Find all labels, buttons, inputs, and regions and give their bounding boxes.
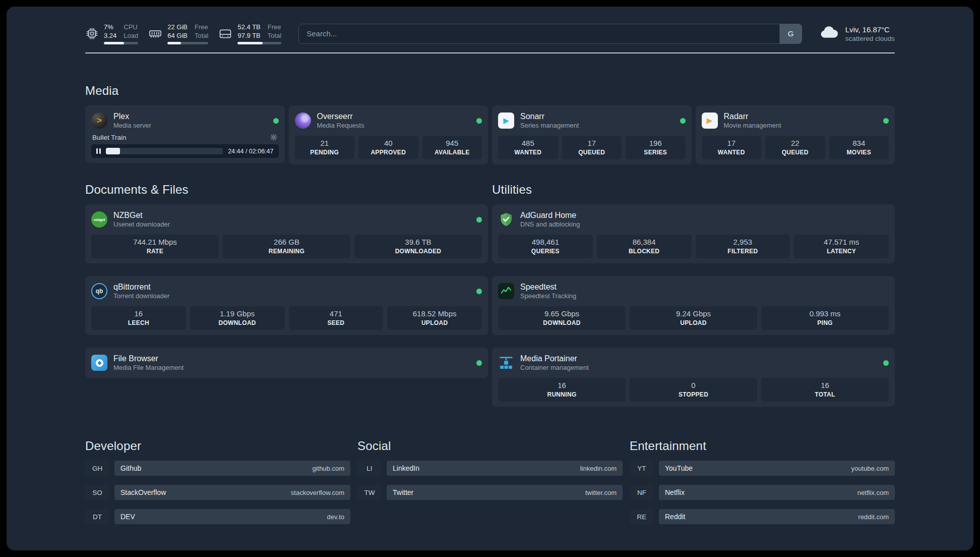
service-link-plex[interactable]: > Plex Media server (91, 110, 279, 131)
service-subtitle: Speedtest Tracking (520, 292, 576, 300)
service-link-radarr[interactable]: ▶ Radarr Movie management (702, 110, 889, 131)
service-link-overseerr[interactable]: Overseerr Media Requests (295, 110, 482, 131)
disk-icon (218, 27, 232, 41)
stat-value: 1.19 Gbps (192, 309, 283, 318)
stat-label: DOWNLOAD (192, 319, 283, 327)
stat-value: 16 (500, 381, 624, 390)
status-indicator (476, 217, 482, 222)
service-link-adguard[interactable]: AdGuard Home DNS and adblocking (498, 209, 889, 230)
pause-button[interactable] (96, 148, 101, 154)
stat-label: WANTED (704, 149, 760, 156)
stat-label: APPROVED (360, 149, 416, 156)
service-card-filebrowser: File Browser Media File Management (85, 348, 488, 378)
playback-progress-track[interactable] (106, 148, 223, 154)
status-indicator (476, 360, 482, 366)
cpu-icon (85, 27, 99, 40)
stat-label: REMAINING (225, 248, 348, 255)
service-subtitle: Container management (520, 364, 589, 372)
bookmark-link[interactable]: StackOverflow stackoverflow.com (114, 485, 350, 500)
service-link-qbittorrent[interactable]: qb qBittorrent Torrent downloader (91, 281, 482, 301)
stat-value: 2,953 (698, 238, 788, 247)
status-indicator (273, 118, 279, 124)
stat-tile: 9.24 Gbps UPLOAD (630, 306, 757, 330)
bookmark-link[interactable]: Twitter twitter.com (387, 485, 623, 500)
disk-total: 97.9 TB (237, 31, 260, 40)
bookmark-link[interactable]: DEV dev.to (114, 509, 350, 524)
bookmark-abbr[interactable]: GH (85, 461, 109, 476)
stat-tile: 39.6 TB DOWNLOADED (354, 235, 482, 258)
bookmark-abbr[interactable]: TW (357, 485, 382, 500)
bookmark-link[interactable]: Netflix netflix.com (659, 485, 895, 500)
bookmark-abbr[interactable]: LI (357, 461, 382, 476)
service-subtitle: Media File Management (113, 364, 183, 372)
service-subtitle: Torrent downloader (113, 292, 169, 300)
search-provider-button[interactable]: G (779, 24, 802, 44)
bookmark-link[interactable]: LinkedIn linkedin.com (387, 461, 623, 476)
memory-label-1: Free (195, 23, 208, 31)
stat-tile: 16 RUNNING (498, 378, 626, 402)
stat-tile: 17 QUEUED (562, 136, 622, 159)
section-title-media: Media (85, 84, 895, 98)
memory-label-2: Total (195, 31, 208, 40)
stat-label: AVAILABLE (424, 149, 480, 156)
stat-value: 22 (767, 139, 823, 148)
now-playing-title: Bullet Train (92, 134, 127, 141)
service-subtitle: Movie management (724, 122, 781, 130)
weather-location: Lviv, 16.87°C (845, 25, 895, 34)
status-indicator (680, 118, 686, 124)
service-link-speedtest[interactable]: Speedtest Speedtest Tracking (498, 281, 889, 301)
service-card-radarr: ▶ Radarr Movie management 17 WANTED (696, 105, 895, 164)
stat-value: 40 (360, 139, 416, 148)
stat-value: 498,461 (500, 238, 591, 247)
stat-tile: 471 SEED (289, 306, 384, 330)
stat-label: QUEUED (767, 149, 823, 156)
stat-value: 16 (763, 381, 887, 390)
service-link-filebrowser[interactable]: File Browser Media File Management (91, 353, 482, 373)
weather-widget[interactable]: Lviv, 16.87°C scattered clouds (819, 25, 895, 43)
cpu-percent: 7% (104, 23, 116, 31)
bookmark-twitter: TW Twitter twitter.com (357, 485, 623, 500)
stat-value: 196 (628, 139, 684, 148)
memory-total: 64 GiB (167, 31, 188, 40)
stat-value: 17 (704, 139, 760, 148)
bookmark-abbr[interactable]: NF (630, 485, 654, 500)
stat-tile: 498,461 QUERIES (498, 235, 593, 258)
service-link-nzbget[interactable]: nzbget NZBGet Usenet downloader (91, 209, 482, 230)
service-subtitle: Series management (520, 122, 579, 130)
stat-value: 47.571 ms (796, 238, 887, 247)
bookmark-abbr[interactable]: RE (630, 509, 654, 524)
bookmark-link[interactable]: Github github.com (114, 461, 350, 476)
section-title-developer: Developer (85, 439, 350, 453)
bookmark-url: twitter.com (585, 489, 617, 496)
gear-icon[interactable] (270, 133, 278, 141)
bookmark-name: StackOverflow (120, 488, 166, 496)
search-input[interactable] (298, 24, 802, 44)
service-card-portainer: Media Portainer Container management 16 … (492, 348, 895, 407)
bookmark-name: YouTube (665, 464, 693, 472)
service-name: Overseerr (317, 112, 364, 122)
stat-label: STOPPED (632, 391, 755, 399)
status-indicator (883, 118, 889, 124)
stat-tile: 1.19 Gbps DOWNLOAD (190, 306, 285, 330)
stat-value: 16 (93, 309, 184, 318)
service-link-portainer[interactable]: Media Portainer Container management (498, 353, 889, 373)
stat-label: FILTERED (698, 248, 788, 255)
bookmark-link[interactable]: Reddit reddit.com (659, 509, 895, 524)
sonarr-icon: ▶ (498, 113, 514, 129)
memory-usage-fill (167, 42, 181, 44)
bookmark-abbr[interactable]: DT (85, 509, 109, 524)
cpu-load: 3.24 (104, 31, 116, 40)
bookmark-abbr[interactable]: SO (85, 485, 109, 500)
stat-label: SERIES (628, 149, 684, 156)
service-name: Media Portainer (520, 354, 589, 364)
bookmark-url: linkedin.com (580, 465, 617, 472)
stat-label: RATE (93, 248, 217, 255)
cpu-usage-bar (104, 42, 138, 44)
bookmark-abbr[interactable]: YT (630, 461, 654, 476)
service-card-qbittorrent: qb qBittorrent Torrent downloader 16 LEE… (85, 276, 488, 335)
bookmark-url: netflix.com (858, 489, 889, 496)
service-link-sonarr[interactable]: ▶ Sonarr Series management (498, 110, 686, 131)
bookmark-url: reddit.com (858, 513, 889, 521)
qbittorrent-icon: qb (91, 283, 107, 299)
bookmark-link[interactable]: YouTube youtube.com (659, 461, 895, 476)
